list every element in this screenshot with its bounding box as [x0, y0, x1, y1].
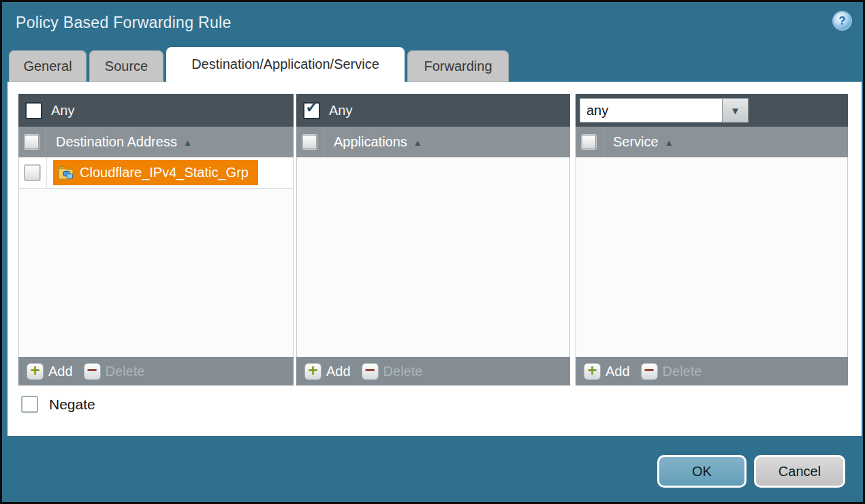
destination-select-all-checkbox[interactable] — [25, 135, 39, 149]
applications-any-label: Any — [329, 103, 352, 119]
policy-based-forwarding-dialog: Policy Based Forwarding Rule ? General S… — [0, 0, 865, 504]
applications-any-checkbox[interactable]: ✓ — [303, 102, 320, 119]
ok-button[interactable]: OK — [657, 455, 746, 488]
applications-column: ✓ Any Applications ▲ + Add − Delete — [296, 94, 570, 385]
service-column: any ▼ Service ▲ + Add − — [576, 94, 848, 385]
tab-bar: General Source Destination/Application/S… — [9, 47, 512, 82]
service-add-button[interactable]: + Add — [584, 363, 641, 380]
tab-forwarding[interactable]: Forwarding — [407, 50, 509, 82]
service-delete-button[interactable]: − Delete — [641, 363, 702, 380]
add-icon: + — [308, 363, 317, 378]
header-divider — [46, 127, 46, 157]
applications-header[interactable]: Applications ▲ — [296, 127, 570, 157]
destination-any-bar: Any — [18, 94, 294, 127]
row-divider — [46, 157, 47, 188]
applications-header-label: Applications — [334, 134, 407, 150]
destination-address-header[interactable]: Destination Address ▲ — [18, 127, 294, 157]
sort-asc-icon: ▲ — [183, 136, 192, 148]
applications-select-all-checkbox[interactable] — [302, 135, 317, 149]
add-icon: + — [30, 363, 40, 378]
destination-any-label: Any — [51, 103, 74, 119]
service-header-label: Service — [613, 134, 659, 150]
applications-footer-bar: + Add − Delete — [296, 357, 570, 385]
tab-destination-application-service[interactable]: Destination/Application/Service — [166, 47, 405, 82]
header-divider — [324, 127, 324, 157]
delete-button-label: Delete — [663, 364, 702, 379]
delete-button-label: Delete — [383, 364, 423, 379]
cancel-button[interactable]: Cancel — [754, 455, 845, 488]
sort-asc-icon: ▲ — [665, 136, 674, 148]
tab-source[interactable]: Source — [89, 50, 163, 82]
negate-label: Negate — [49, 396, 95, 413]
header-divider — [603, 127, 603, 157]
destination-address-column: Any Destination Address ▲ — [18, 94, 294, 385]
add-icon: + — [587, 363, 597, 378]
dropdown-button[interactable]: ▼ — [723, 98, 749, 123]
delete-icon: − — [365, 363, 375, 377]
negate-checkbox[interactable] — [21, 396, 38, 413]
help-icon[interactable]: ? — [832, 11, 852, 31]
destination-address-row[interactable]: Cloudflare_IPv4_Static_Grp — [19, 157, 293, 189]
destination-any-checkbox[interactable] — [25, 102, 42, 119]
sort-asc-icon: ▲ — [413, 136, 422, 148]
destination-address-list: Cloudflare_IPv4_Static_Grp — [18, 157, 294, 357]
row-checkbox[interactable] — [25, 165, 40, 180]
service-list — [576, 157, 848, 357]
service-footer-bar: + Add − Delete — [576, 357, 848, 385]
address-group-name: Cloudflare_IPv4_Static_Grp — [80, 165, 249, 180]
negate-option: Negate — [21, 396, 95, 413]
service-mode-dropdown[interactable]: any ▼ — [580, 98, 749, 123]
destination-add-button[interactable]: + Add — [27, 363, 84, 380]
applications-add-button[interactable]: + Add — [304, 363, 362, 380]
chevron-down-icon: ▼ — [730, 105, 740, 116]
applications-list — [296, 157, 570, 357]
add-button-label: Add — [326, 364, 351, 379]
service-select-all-checkbox[interactable] — [582, 135, 596, 149]
add-button-label: Add — [48, 364, 73, 379]
delete-icon: − — [87, 363, 97, 377]
address-group-icon — [57, 165, 74, 180]
delete-icon: − — [644, 363, 655, 377]
selected-address-group[interactable]: Cloudflare_IPv4_Static_Grp — [53, 160, 258, 185]
service-header[interactable]: Service ▲ — [576, 127, 848, 157]
tab-content-panel: Any Destination Address ▲ — [7, 82, 862, 436]
applications-any-bar: ✓ Any — [296, 94, 570, 127]
destination-header-label: Destination Address — [56, 134, 177, 150]
destination-footer-bar: + Add − Delete — [18, 357, 294, 385]
service-dropdown-bar: any ▼ — [576, 94, 848, 127]
service-dropdown-value[interactable]: any — [580, 98, 723, 123]
dialog-title: Policy Based Forwarding Rule — [16, 14, 232, 32]
applications-delete-button[interactable]: − Delete — [362, 363, 423, 380]
checkmark-icon: ✓ — [305, 99, 319, 115]
destination-delete-button[interactable]: − Delete — [84, 363, 145, 380]
tab-general[interactable]: General — [9, 50, 86, 82]
add-button-label: Add — [606, 364, 630, 379]
delete-button-label: Delete — [106, 364, 145, 379]
